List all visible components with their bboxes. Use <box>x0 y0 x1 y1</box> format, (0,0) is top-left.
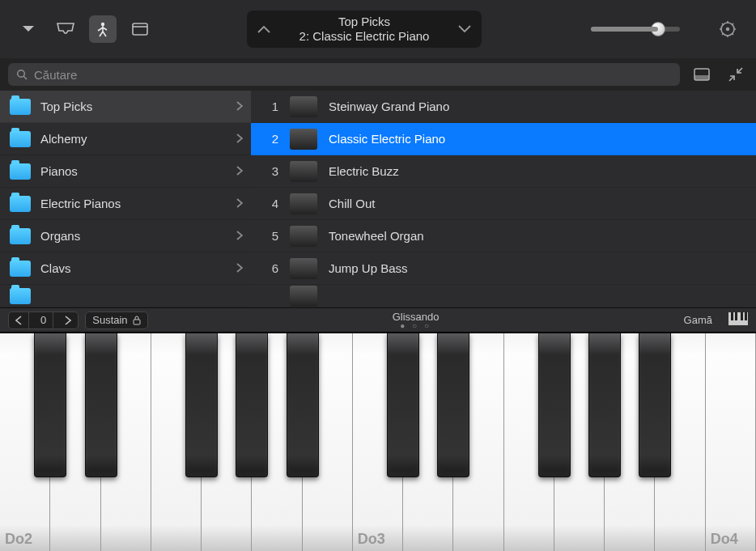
black-key[interactable] <box>639 333 671 477</box>
search-placeholder: Căutare <box>34 68 77 82</box>
chevron-right-icon <box>236 132 243 146</box>
volume-slider[interactable] <box>591 27 680 32</box>
lock-icon <box>133 316 141 325</box>
patch-label: Jump Up Bass <box>329 261 408 275</box>
browser-view-button[interactable] <box>89 15 117 43</box>
black-key[interactable] <box>387 333 419 477</box>
keyboard-mode[interactable]: Glissando ● ○ ○ <box>155 311 677 330</box>
folder-icon <box>10 163 31 180</box>
sound-browser: Top PicksAlchemyPianosElectric PianosOrg… <box>0 91 756 307</box>
patch-label: Electric Buzz <box>329 164 399 178</box>
svg-rect-16 <box>694 75 709 80</box>
category-label: Electric Pianos <box>40 197 121 210</box>
octave-value: 0 <box>34 312 53 328</box>
svg-point-0 <box>101 23 104 26</box>
black-key[interactable] <box>85 333 117 477</box>
patch-number: 6 <box>262 261 278 275</box>
top-toolbar: Top Picks 2: Classic Electric Piano <box>0 0 756 58</box>
patch-row[interactable]: 1Steinway Grand Piano <box>251 91 756 123</box>
window-view-button[interactable] <box>126 15 154 43</box>
chevron-right-icon <box>236 197 243 210</box>
volume-knob[interactable] <box>651 22 665 36</box>
folder-icon <box>10 261 31 277</box>
category-row[interactable]: Electric Pianos <box>0 188 251 220</box>
scale-button[interactable]: Gamă <box>684 314 712 326</box>
octave-down-button[interactable] <box>9 312 29 328</box>
view-toggle-button[interactable] <box>690 64 714 85</box>
patch-label: Chill Out <box>329 197 376 210</box>
category-row[interactable]: Alchemy <box>0 123 251 155</box>
category-row[interactable]: Top Picks <box>0 91 251 123</box>
black-key[interactable] <box>538 333 571 477</box>
svg-point-4 <box>726 28 729 31</box>
chevron-right-icon <box>236 261 243 275</box>
svg-rect-1 <box>133 23 147 35</box>
patch-label: Classic Electric Piano <box>329 132 445 146</box>
collapse-button[interactable] <box>724 64 748 85</box>
category-label: Pianos <box>40 164 78 178</box>
patch-list[interactable]: 1Steinway Grand Piano2Classic Electric P… <box>251 91 756 307</box>
black-key[interactable] <box>437 333 469 477</box>
track-display[interactable]: Top Picks 2: Classic Electric Piano <box>247 11 482 48</box>
patch-row[interactable]: 3Electric Buzz <box>251 155 756 188</box>
piano-keyboard[interactable]: Do2Do3Do4 <box>0 332 756 551</box>
black-key[interactable] <box>185 333 218 477</box>
next-track-button[interactable] <box>456 20 474 38</box>
black-key[interactable] <box>287 333 319 477</box>
inbox-icon[interactable] <box>52 15 79 43</box>
patch-number: 4 <box>262 197 278 210</box>
menu-dropdown-button[interactable] <box>15 15 42 43</box>
category-list[interactable]: Top PicksAlchemyPianosElectric PianosOrg… <box>0 91 251 307</box>
search-row: Căutare <box>0 58 756 91</box>
category-row[interactable]: Organs <box>0 220 251 252</box>
prev-track-button[interactable] <box>255 20 273 38</box>
patch-row[interactable] <box>251 285 756 307</box>
patch-thumbnail <box>290 226 317 247</box>
patch-thumbnail <box>290 286 317 307</box>
svg-rect-19 <box>731 312 733 320</box>
key-label: Do3 <box>358 531 385 548</box>
category-row[interactable]: Clavs <box>0 252 251 285</box>
track-title: Top Picks <box>273 15 456 29</box>
folder-icon <box>10 288 31 304</box>
sustain-label: Sustain <box>92 314 127 326</box>
black-key[interactable] <box>236 333 268 477</box>
search-input[interactable]: Căutare <box>8 63 680 86</box>
octave-stepper[interactable]: 0 <box>8 312 79 329</box>
key-label: Do2 <box>5 531 32 548</box>
patch-row[interactable]: 2Classic Electric Piano <box>251 123 756 155</box>
svg-line-14 <box>23 76 27 79</box>
patch-label: Steinway Grand Piano <box>329 100 449 113</box>
category-label: Organs <box>40 229 80 243</box>
keyboard-layout-button[interactable] <box>728 312 748 328</box>
track-display-text: Top Picks 2: Classic Electric Piano <box>273 15 456 44</box>
patch-row[interactable]: 5Tonewheel Organ <box>251 220 756 252</box>
patch-number: 1 <box>262 100 278 113</box>
chevron-right-icon <box>236 229 243 243</box>
folder-icon <box>10 99 31 115</box>
octave-up-button[interactable] <box>58 312 78 328</box>
svg-rect-17 <box>134 320 140 324</box>
patch-row[interactable]: 6Jump Up Bass <box>251 252 756 285</box>
sustain-button[interactable]: Sustain <box>85 312 147 329</box>
black-key[interactable] <box>34 333 66 477</box>
patch-row[interactable]: 4Chill Out <box>251 188 756 220</box>
patch-thumbnail <box>290 258 317 279</box>
svg-rect-22 <box>745 312 747 320</box>
patch-thumbnail <box>290 161 317 182</box>
patch-thumbnail <box>290 129 317 150</box>
patch-label: Tonewheel Organ <box>329 229 424 243</box>
category-row[interactable] <box>0 285 251 307</box>
svg-rect-21 <box>741 312 743 320</box>
category-label: Clavs <box>40 261 71 275</box>
patch-thumbnail <box>290 96 317 117</box>
track-subtitle: 2: Classic Electric Piano <box>273 29 456 44</box>
search-icon <box>16 69 28 80</box>
black-key[interactable] <box>588 333 621 477</box>
settings-button[interactable] <box>714 15 741 43</box>
white-key[interactable]: Do4 <box>706 333 756 551</box>
keyboard-toolbar: 0 Sustain Glissando ● ○ ○ Gamă <box>0 307 756 332</box>
category-label: Top Picks <box>40 100 92 113</box>
category-row[interactable]: Pianos <box>0 155 251 188</box>
page-dots-icon: ● ○ ○ <box>155 321 677 330</box>
